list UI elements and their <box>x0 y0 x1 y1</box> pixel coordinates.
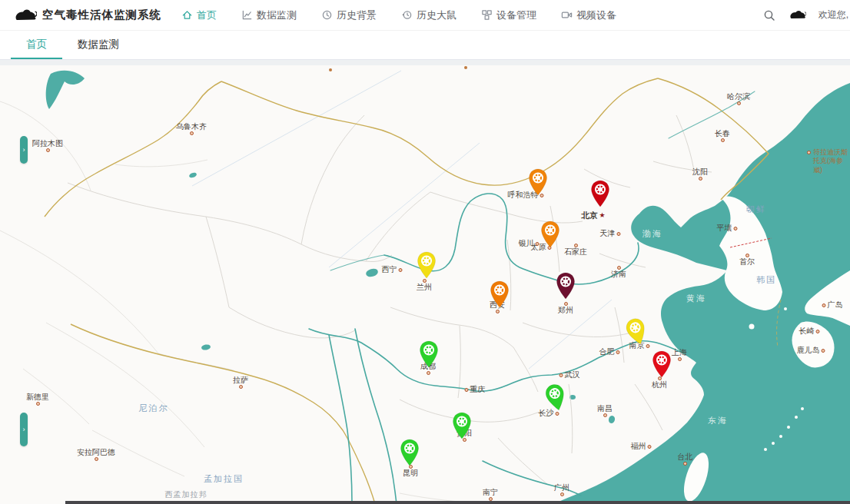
map-pin-贵阳[interactable] <box>452 412 472 439</box>
divider <box>0 60 850 65</box>
chart-icon <box>241 9 253 21</box>
nav-item-history-background[interactable]: 历史背景 <box>321 8 377 22</box>
history-icon <box>401 9 413 21</box>
nav-item-history-rats[interactable]: 历史大鼠 <box>401 8 457 22</box>
nav-label: 视频设备 <box>576 8 616 22</box>
map-pin-北京[interactable] <box>590 180 610 207</box>
app-title: 空气毒性活体监测系统 <box>42 8 161 22</box>
nav-item-home[interactable]: 首页 <box>181 8 217 22</box>
nav-item-data-monitor[interactable]: 数据监测 <box>241 8 297 22</box>
app-header: 空气毒性活体监测系统 首页 数据监测 历史背景 历史大鼠 设备管理 视频设备 <box>0 0 850 31</box>
nav-item-video-devices[interactable]: 视频设备 <box>561 8 616 22</box>
map-canvas[interactable]: 呼和浩特北京★太原兰州西安郑州南京杭州成都长沙贵阳昆明乌鲁木齐阿拉木图哈尔滨长春… <box>0 65 850 504</box>
map-attribution-bar <box>65 501 850 504</box>
map-pin-兰州[interactable] <box>417 251 437 279</box>
home-icon <box>181 9 193 21</box>
map-pin-西安[interactable] <box>490 280 510 308</box>
nav-label: 历史背景 <box>337 8 377 22</box>
city-label: 符拉迪沃斯 托克(海参崴) <box>813 148 850 174</box>
tab-data-monitor[interactable]: 数据监测 <box>62 31 134 59</box>
city-dot <box>807 151 811 154</box>
map-pin-昆明[interactable] <box>400 439 420 466</box>
nav-label: 历史大鼠 <box>417 8 457 22</box>
nav-label: 首页 <box>197 8 217 22</box>
main-nav: 首页 数据监测 历史背景 历史大鼠 设备管理 视频设备 <box>181 8 616 22</box>
map-pin-太原[interactable] <box>540 220 560 248</box>
page-tabbar: 首页 数据监测 <box>0 31 850 60</box>
grid-icon <box>481 9 493 21</box>
map-dot <box>464 66 467 69</box>
search-icon[interactable] <box>763 9 775 22</box>
video-icon <box>561 9 573 21</box>
user-avatar-rat-icon[interactable] <box>788 9 806 21</box>
map-pin-呼和浩特[interactable] <box>528 168 548 196</box>
china-map <box>0 65 850 504</box>
map-panel-toggle-2[interactable]: › <box>20 413 28 446</box>
map-pin-成都[interactable] <box>419 340 439 368</box>
clock-icon <box>321 9 333 21</box>
map-pin-杭州[interactable] <box>652 350 672 378</box>
map-dot <box>329 68 332 71</box>
map-panel-toggle-1[interactable]: › <box>20 136 28 164</box>
map-pin-郑州[interactable] <box>556 272 576 300</box>
header-right: 欢迎您, <box>763 8 850 22</box>
welcome-text: 欢迎您, <box>818 8 848 22</box>
tab-home[interactable]: 首页 <box>11 31 62 59</box>
nav-label: 数据监测 <box>257 8 297 22</box>
app-logo-rat-icon <box>12 8 37 23</box>
nav-label: 设备管理 <box>496 8 536 22</box>
nav-item-device-management[interactable]: 设备管理 <box>481 8 536 22</box>
